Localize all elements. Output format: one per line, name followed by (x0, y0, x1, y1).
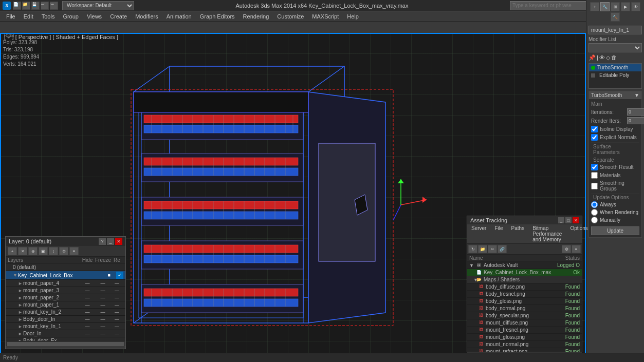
editablepoly-item[interactable]: Editable Poly (589, 71, 641, 79)
menu-item-create[interactable]: Create (106, 12, 131, 21)
layer-freeze-btn[interactable]: — (95, 338, 111, 341)
materials-checkbox[interactable] (591, 172, 598, 179)
layer-freeze-btn[interactable]: — (95, 324, 111, 329)
menu-item-modifiers[interactable]: Modifiers (131, 12, 162, 21)
layer-render-btn[interactable]: — (111, 331, 123, 336)
asset-set-path-btn[interactable]: 📁 (478, 245, 487, 253)
asset-minimize-btn[interactable]: _ (558, 217, 564, 223)
layer-render-btn[interactable]: — (111, 317, 123, 322)
always-radio[interactable] (591, 201, 598, 208)
asset-item[interactable]: 🖼body_gloss.pngFound (467, 298, 582, 305)
show-end-btn[interactable]: | (597, 54, 598, 61)
remove-modifier-btn[interactable]: 🗑 (611, 54, 617, 61)
layers-scroll-thumb[interactable] (7, 342, 124, 346)
layer-render-btn[interactable]: — (111, 281, 123, 286)
manually-radio[interactable] (591, 217, 598, 223)
tb-open[interactable]: 📁 (22, 2, 30, 10)
workspace-dropdown[interactable]: Workspace: Default (62, 1, 134, 10)
asset-refresh-btn[interactable]: ↻ (468, 245, 477, 253)
layer-item[interactable]: ►mount_key_In_1——— (6, 323, 125, 330)
menu-item-animation[interactable]: Animation (162, 12, 196, 21)
show-in-viewport-btn[interactable]: 👁 (599, 54, 605, 61)
layer-render-btn[interactable]: ■ (103, 273, 115, 278)
menu-item-rendering[interactable]: Rendering (239, 12, 273, 21)
asset-item[interactable]: 🖼mount_normal.pngFound (467, 341, 582, 348)
layer-expand-icon[interactable]: ► (18, 317, 23, 322)
isoline-checkbox[interactable] (591, 126, 598, 132)
layer-item[interactable]: ►mount_paper_3——— (6, 287, 125, 294)
search-input[interactable] (510, 1, 592, 10)
layer-hide-btn[interactable]: — (80, 281, 95, 286)
menu-item-help[interactable]: Help (343, 12, 363, 21)
menu-item-customize[interactable]: Customize (273, 12, 308, 21)
layers-new-btn[interactable]: + (8, 247, 17, 255)
asset-item[interactable]: 🖼mount_fresnel.pngFound (467, 327, 582, 334)
asset-resolve-btn[interactable]: 🔗 (498, 245, 507, 253)
turbosmoothmod-header[interactable]: TurboSmooth ▼ (589, 91, 641, 99)
layer-expand-icon[interactable]: ▼ (13, 273, 18, 278)
layer-hide-btn[interactable]: — (80, 302, 95, 308)
layer-item[interactable]: ▼Key_Cabinet_Lock_Box■✓ (6, 271, 125, 280)
asset-menu-paths[interactable]: Paths (507, 224, 529, 243)
layer-render-btn[interactable]: — (111, 338, 123, 341)
layers-delete-btn[interactable]: ✕ (18, 247, 27, 255)
asset-strip-path-btn[interactable]: ✂ (488, 245, 497, 253)
layer-item[interactable]: ►mount_paper_4——— (6, 280, 125, 287)
layer-freeze-btn[interactable]: — (95, 281, 111, 286)
layers-select-btn[interactable]: ▣ (39, 247, 48, 255)
asset-item[interactable]: 🖼body_diffuse.pngFound (467, 283, 582, 291)
layer-render-btn[interactable]: — (111, 324, 123, 329)
layer-freeze-btn[interactable]: — (95, 331, 111, 336)
layer-expand-icon[interactable]: ► (18, 281, 23, 286)
create-panel-btn[interactable]: + (590, 2, 599, 11)
menu-item-tools[interactable]: Tools (38, 12, 59, 21)
modifier-stack-list[interactable]: TurboSmooth Editable Poly (588, 63, 642, 89)
asset-menu-server[interactable]: Server (467, 224, 490, 243)
menu-item-edit[interactable]: Edit (20, 12, 38, 21)
modify-panel-btn[interactable]: 🔧 (600, 2, 610, 11)
layer-hide-btn[interactable]: — (80, 317, 95, 322)
asset-list[interactable]: ▼🏛Autodesk VaultLogged O📄Key_Cabinet_Loc… (467, 262, 582, 352)
layer-expand-icon[interactable]: ► (18, 288, 23, 293)
layers-settings-btn[interactable]: ⚙ (59, 247, 68, 255)
asset-menu-btn[interactable]: ≡ (572, 245, 581, 253)
layer-expand-icon[interactable]: ► (18, 295, 23, 300)
iterations-input[interactable] (627, 108, 644, 116)
when-rendering-radio[interactable] (591, 209, 598, 216)
asset-item[interactable]: ▼📂Maps / Shaders (467, 276, 582, 283)
layer-hide-btn[interactable]: — (80, 310, 95, 315)
asset-item[interactable]: 🖼body_normal.pngFound (467, 305, 582, 312)
layer-freeze-btn[interactable]: — (95, 317, 111, 322)
menu-item-maxscript[interactable]: MAXScript (308, 12, 343, 21)
layer-render-btn[interactable]: — (111, 295, 123, 300)
layer-item[interactable]: ►Body_door_In——— (6, 316, 125, 323)
asset-item[interactable]: 📄Key_Cabinet_Lock_Box_max_vray.maxOk (467, 269, 582, 276)
asset-item[interactable]: 🖼mount_gloss.pngFound (467, 334, 582, 341)
asset-expand-icon[interactable]: ▼ (469, 277, 475, 282)
layer-freeze-btn[interactable]: — (95, 288, 111, 293)
layer-item[interactable]: ►mount_paper_2——— (6, 294, 125, 301)
layer-freeze-btn[interactable]: — (95, 295, 111, 300)
layers-close-button[interactable]: ✕ (115, 238, 122, 245)
smooth-result-checkbox[interactable] (591, 164, 598, 170)
menu-item-group[interactable]: Group (59, 12, 83, 21)
explicit-normals-checkbox[interactable] (591, 134, 598, 141)
layer-item[interactable]: ►mount_paper_1——— (6, 301, 125, 309)
layer-render-btn[interactable]: — (111, 288, 123, 293)
menu-item-views[interactable]: Views (83, 12, 106, 21)
layer-render-btn[interactable]: — (111, 302, 123, 308)
modifier-list-dropdown[interactable] (588, 43, 642, 52)
motion-panel-btn[interactable]: ▶ (621, 2, 630, 11)
tb-redo[interactable]: ↪ (50, 2, 58, 10)
asset-options-btn[interactable]: ⚙ (562, 245, 571, 253)
asset-menu-file[interactable]: File (490, 224, 507, 243)
renderiters-input[interactable] (627, 117, 644, 124)
object-name-field[interactable] (588, 26, 642, 34)
asset-item[interactable]: ▼🏛Autodesk VaultLogged O (467, 262, 582, 269)
tb-undo[interactable]: ↩ (41, 2, 49, 10)
layer-item[interactable]: 0 (default) (6, 264, 125, 271)
turbosmoothmod-item[interactable]: TurboSmooth (589, 64, 641, 71)
display-panel-btn[interactable]: 👁 (631, 2, 640, 11)
update-button[interactable]: Update (591, 226, 639, 235)
layer-item[interactable]: ►mount_key_In_2——— (6, 309, 125, 316)
